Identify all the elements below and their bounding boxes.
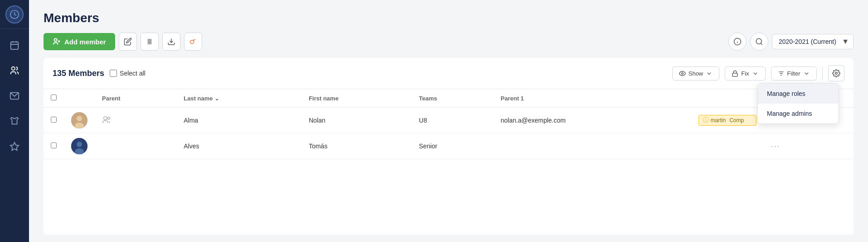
- row-parent1: [494, 133, 691, 159]
- info-icon: [733, 38, 742, 46]
- table-header-row: Parent Last name ⌄ First name Teams Pare…: [44, 89, 853, 108]
- dropdown-item-manage-admins[interactable]: Manage admins: [758, 104, 839, 123]
- row-actions-button[interactable]: ···: [771, 142, 781, 151]
- svg-rect-22: [732, 73, 737, 76]
- col-lastname[interactable]: Last name ⌄: [176, 89, 301, 108]
- sidebar-logo: [0, 0, 29, 29]
- svg-point-19: [756, 38, 761, 44]
- row-checkbox[interactable]: [51, 117, 57, 123]
- season-select[interactable]: 2020-2021 (Current) 2019-2020 2018-2019: [772, 34, 853, 49]
- row-avatar-cell: [64, 108, 95, 133]
- lock-icon: [732, 70, 738, 77]
- add-member-button[interactable]: Add member: [44, 33, 115, 50]
- members-table-wrap: Parent Last name ⌄ First name Teams Pare…: [44, 89, 853, 159]
- row-firstname: Nolan: [301, 108, 412, 133]
- table-row: Alves Tomás Senior ···: [44, 133, 853, 159]
- gear-icon: [832, 69, 840, 77]
- sidebar-item-jersey[interactable]: [0, 109, 29, 134]
- content-panel: 135 Members Select all Show Fix Filte: [44, 58, 853, 235]
- row-checkbox[interactable]: [51, 142, 57, 148]
- header-checkbox[interactable]: [51, 95, 57, 100]
- show-button[interactable]: Show: [672, 66, 720, 81]
- gear-button[interactable]: [828, 65, 844, 81]
- sidebar-item-star[interactable]: [0, 134, 29, 159]
- row-avatar-cell: [64, 133, 95, 159]
- main-content: Members Add member: [29, 0, 868, 242]
- table-row: Alma Nolan U8 nolan.a@exemple.com ⓘ mart…: [44, 108, 853, 133]
- row-actions-cell: ···: [764, 133, 853, 159]
- avatar-image: [71, 138, 87, 154]
- row-teams: U8: [412, 108, 493, 133]
- row-lastname: Alves: [176, 133, 301, 159]
- svg-point-5: [12, 67, 15, 70]
- download-button[interactable]: [162, 33, 180, 51]
- columns-button[interactable]: [141, 33, 159, 51]
- row-parent-cell: [95, 133, 176, 159]
- dropdown-item-manage-roles[interactable]: Manage roles: [758, 84, 839, 104]
- members-count: 135 Members: [53, 69, 104, 78]
- row-firstname: Tomás: [301, 133, 412, 159]
- eye-icon: [679, 70, 686, 77]
- sidebar-item-members[interactable]: [0, 58, 29, 83]
- svg-point-8: [54, 38, 57, 41]
- add-member-icon: [53, 38, 61, 46]
- toolbar-right: 2020-2021 (Current) 2019-2020 2018-2019 …: [728, 33, 853, 51]
- col-parent1: Parent 1: [494, 89, 691, 108]
- members-table-body: Alma Nolan U8 nolan.a@exemple.com ⓘ mart…: [44, 108, 853, 159]
- app-logo: [5, 5, 24, 24]
- svg-point-21: [681, 72, 683, 74]
- col-warning: [691, 89, 764, 108]
- sidebar-nav: [0, 29, 29, 159]
- info-button[interactable]: [728, 33, 747, 51]
- calendar-icon: [10, 40, 19, 50]
- row-teams: Senior: [412, 133, 493, 159]
- sidebar: [0, 0, 29, 242]
- avatar: [71, 112, 87, 128]
- season-select-wrap: 2020-2021 (Current) 2019-2020 2018-2019 …: [772, 34, 853, 49]
- sidebar-item-calendar[interactable]: [0, 33, 29, 58]
- toolbar: Add member: [44, 33, 853, 51]
- filter-icon: [778, 70, 785, 77]
- columns-icon: [145, 38, 154, 46]
- download-icon: [167, 38, 175, 46]
- warning-sub: Comp: [729, 117, 744, 123]
- col-checkbox: [44, 89, 64, 108]
- search-icon: [755, 38, 763, 46]
- col-avatar: [64, 89, 95, 108]
- whistle-button[interactable]: [184, 33, 202, 51]
- whistle-icon: [189, 38, 197, 46]
- search-button[interactable]: [750, 33, 768, 51]
- show-chevron-icon: [706, 70, 713, 77]
- people-icon: [102, 115, 112, 125]
- svg-line-20: [761, 43, 762, 44]
- divider: [822, 67, 823, 80]
- members-bar: 135 Members Select all Show Fix Filte: [44, 58, 853, 89]
- parent-icon: [102, 119, 112, 126]
- select-all-wrap: Select all: [110, 70, 145, 77]
- jersey-icon: [10, 116, 19, 126]
- avatar: [71, 138, 87, 154]
- svg-point-28: [77, 116, 82, 121]
- select-all-checkbox[interactable]: [110, 70, 117, 77]
- avatar-image: [71, 112, 87, 128]
- header: Members Add member: [29, 0, 868, 58]
- svg-point-15: [190, 40, 194, 44]
- fix-button[interactable]: Fix: [725, 66, 765, 81]
- row-checkbox-cell: [44, 133, 64, 159]
- warning-badge: ⓘ martin Comp: [698, 115, 756, 126]
- svg-marker-7: [10, 142, 19, 150]
- dropdown-menu: Manage roles Manage admins: [757, 83, 839, 124]
- fix-chevron-icon: [752, 70, 759, 77]
- members-table: Parent Last name ⌄ First name Teams Pare…: [44, 89, 853, 159]
- sidebar-item-mail[interactable]: [0, 83, 29, 109]
- svg-rect-1: [11, 42, 19, 50]
- mail-icon: [10, 91, 19, 101]
- warning-text: martin: [711, 117, 726, 123]
- edit-button[interactable]: [119, 33, 137, 51]
- select-all-label[interactable]: Select all: [120, 70, 145, 77]
- page-title: Members: [44, 11, 853, 25]
- row-parent-cell: [95, 108, 176, 133]
- filter-button[interactable]: Filter: [771, 66, 817, 81]
- filter-chevron-icon: [803, 70, 810, 77]
- edit-icon: [124, 38, 132, 46]
